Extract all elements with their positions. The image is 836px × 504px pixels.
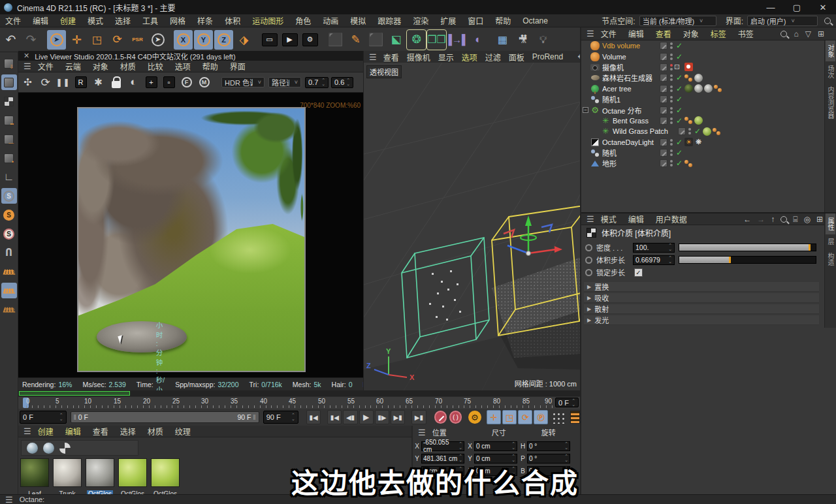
focus-pick-icon[interactable]: F [178, 74, 195, 91]
material-tag-icon[interactable] [694, 116, 703, 125]
mat-menu-create[interactable]: 创建 [38, 426, 54, 437]
record-rotation-toggle[interactable]: ⟳ [518, 410, 532, 424]
autokey-button[interactable]: ( ) [449, 411, 462, 424]
step-slider[interactable] [679, 256, 816, 264]
record-position-toggle[interactable]: ✛ [487, 410, 501, 424]
mat-menu-texture[interactable]: 纹理 [175, 426, 191, 437]
sphere-view-icon[interactable] [43, 443, 54, 454]
layer-icon[interactable] [660, 42, 667, 50]
menu-file[interactable]: 文件 [5, 15, 21, 26]
object-row[interactable]: − ⚙ Octane 分布 ✓ [581, 104, 824, 115]
record-scale-toggle[interactable]: ◳ [502, 410, 517, 424]
texture-tag-icon[interactable] [694, 74, 703, 82]
menu-window[interactable]: 窗口 [468, 15, 483, 26]
object-row[interactable]: Acer tree ✓ [581, 84, 824, 94]
play-button[interactable]: ▶ [359, 410, 374, 424]
filter-icon[interactable]: ▽ [805, 29, 811, 39]
bend-deformer-button[interactable]: ◖ [468, 30, 487, 50]
ruler-frame-field[interactable]: 0 F⌃⌄ [555, 398, 579, 407]
viewer-menu-help[interactable]: 帮助 [202, 61, 218, 72]
tab-objects[interactable]: 对象 [826, 40, 835, 61]
search-icon[interactable] [780, 216, 787, 223]
next-frame-button[interactable]: ▮▶ [375, 410, 389, 424]
viewer-menu-options[interactable]: 选项 [175, 61, 191, 72]
mat-menu-material[interactable]: 材质 [148, 426, 163, 437]
enabled-check-icon[interactable]: ✓ [676, 73, 683, 82]
layer-icon[interactable] [678, 127, 686, 135]
volume-builder-button[interactable]: ❂ [407, 30, 426, 50]
layer-icon[interactable] [660, 106, 667, 114]
object-row[interactable]: 随机 ✓ [581, 148, 824, 158]
vp-menu-cameras[interactable]: 摄像机 [407, 52, 430, 63]
viewport-canvas[interactable]: Y X Z 网格间距 : 1000 cm [364, 63, 581, 392]
section-absorption[interactable]: ▶吸收 [584, 293, 819, 303]
am-menu-mode[interactable]: 模式 [601, 213, 617, 225]
vp-menu-display[interactable]: 显示 [438, 52, 454, 63]
enabled-check-icon[interactable]: ✓ [676, 52, 683, 61]
minimize-button[interactable]: — [758, 3, 784, 12]
sphere-view-icon[interactable] [27, 443, 38, 454]
object-row[interactable]: OctaneDayLight ✓ ☀❋ [581, 137, 824, 148]
kernel-select[interactable]: 路径追踪˅ [268, 77, 301, 87]
record-pla-toggle[interactable] [551, 411, 564, 424]
visibility-dots[interactable] [670, 149, 673, 157]
workplane-button[interactable] [1, 264, 17, 279]
om-menu-file[interactable]: 文件 [601, 28, 617, 39]
layer-icon[interactable] [660, 63, 667, 71]
viewport-panel[interactable]: ☰ 查看 摄像机 显示 选项 过滤 面板 ProRend ✥ ⇕ ⟲ ⊡ [363, 51, 580, 392]
visibility-dots[interactable] [670, 53, 673, 61]
target-tag-icon[interactable]: ⊡ [673, 63, 681, 71]
menu-tools[interactable]: 工具 [142, 15, 158, 26]
mat-menu-edit[interactable]: 编辑 [65, 426, 81, 437]
enabled-check-icon[interactable]: ✓ [676, 138, 683, 147]
layer-icon[interactable] [660, 159, 667, 167]
render-settings-button[interactable]: ⚙ [300, 30, 319, 50]
search-icon[interactable] [780, 31, 787, 37]
section-scattering[interactable]: ▶散射 [584, 304, 819, 314]
param-dot-icon[interactable] [585, 257, 592, 264]
tab-structure[interactable]: 构造 [826, 249, 835, 270]
shutter-icon[interactable]: ✣ [20, 74, 36, 91]
edge-mode-button[interactable]: — [1, 131, 17, 147]
material-tag-icon[interactable] [704, 84, 713, 93]
viewer-menu-materials[interactable]: 材质 [120, 61, 136, 72]
octane-tag-icon[interactable] [714, 84, 722, 93]
tab-attributes[interactable]: 属性 [826, 213, 835, 234]
viewer-menu-interface[interactable]: 界面 [230, 61, 246, 72]
x-axis-lock[interactable]: X [174, 30, 193, 50]
goto-end-button[interactable]: ▶▮ [411, 410, 426, 424]
vp-menu-view[interactable]: 查看 [383, 52, 399, 63]
split-view-icon[interactable] [59, 443, 71, 454]
param-dot-icon[interactable] [585, 269, 592, 276]
vp-menu-options[interactable]: 选项 [462, 52, 477, 63]
exposure-field[interactable]: 0.7⌃⌄ [305, 77, 329, 88]
menu-spline[interactable]: 样条 [197, 15, 213, 26]
material-tag-icon[interactable] [694, 84, 703, 93]
previous-key-button[interactable]: ▮◀ [327, 410, 342, 424]
pause-icon[interactable]: ❚❚ [55, 74, 71, 91]
volume-mesher-button[interactable]: ❒❒ [427, 30, 446, 50]
menu-octane[interactable]: Octane [522, 16, 548, 25]
octane-tag-icon[interactable] [713, 127, 721, 136]
pos-x-field[interactable]: -650.055 cm⌃⌄ [421, 441, 464, 451]
menu-tracker[interactable]: 跟踪器 [378, 15, 401, 26]
lock-icon[interactable]: ⌸ [793, 215, 797, 224]
om-menu-tags[interactable]: 标签 [711, 28, 726, 39]
hamburger-icon[interactable]: ☰ [369, 52, 377, 62]
small-box-icon[interactable]: ▫ [161, 74, 177, 91]
menu-select[interactable]: 选择 [115, 15, 131, 26]
om-menu-view[interactable]: 查看 [656, 28, 671, 39]
enabled-check-icon[interactable]: ✓ [676, 116, 683, 125]
hamburger-icon[interactable]: ☰ [24, 61, 31, 71]
point-mode-button[interactable]: •• [1, 112, 17, 128]
visibility-dots[interactable] [670, 138, 673, 146]
menu-mograph[interactable]: 运动图形 [252, 15, 283, 26]
back-arrow-icon[interactable]: ← [743, 215, 751, 224]
om-menu-edit[interactable]: 编辑 [628, 28, 644, 39]
spline-pen-button[interactable]: ✎ [346, 30, 365, 50]
viewer-menu-file[interactable]: 文件 [38, 61, 54, 72]
visibility-dots[interactable] [670, 95, 673, 103]
scale-tool[interactable]: ◳ [88, 30, 106, 50]
menu-help[interactable]: 帮助 [495, 15, 511, 26]
section-emission[interactable]: ▶发光 [584, 315, 819, 325]
